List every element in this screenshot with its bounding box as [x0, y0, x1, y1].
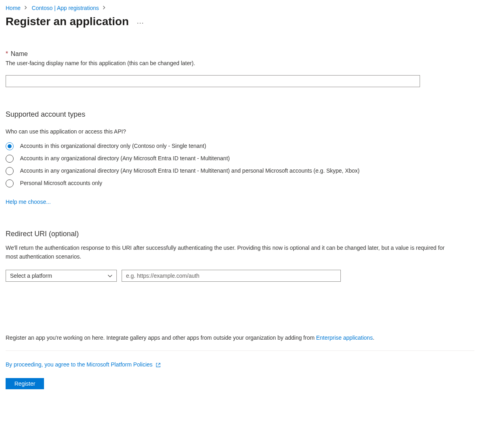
account-type-option-multitenant[interactable]: Accounts in any organizational directory…	[6, 154, 474, 163]
radio-label: Accounts in any organizational directory…	[20, 154, 230, 163]
breadcrumb-home[interactable]: Home	[6, 5, 20, 11]
name-label-text: Name	[11, 50, 28, 57]
name-help-text: The user-facing display name for this ap…	[6, 60, 474, 66]
chevron-right-icon	[103, 5, 106, 11]
account-types-subtext: Who can use this application or access t…	[6, 128, 474, 135]
radio-icon	[6, 142, 14, 150]
account-types-section: Supported account types Who can use this…	[6, 110, 474, 205]
redirect-uri-description: We'll return the authentication response…	[6, 244, 458, 261]
more-options-icon[interactable]: ···	[137, 19, 144, 27]
chevron-down-icon	[108, 273, 112, 279]
register-button[interactable]: Register	[6, 378, 44, 389]
account-type-option-single-tenant[interactable]: Accounts in this organizational director…	[6, 142, 474, 150]
required-star-icon: *	[6, 50, 8, 57]
breadcrumb-app-registrations[interactable]: Contoso | App registrations	[32, 5, 99, 11]
radio-label: Personal Microsoft accounts only	[20, 179, 102, 187]
enterprise-applications-link[interactable]: Enterprise applications	[316, 335, 373, 341]
radio-label: Accounts in this organizational director…	[20, 142, 206, 150]
redirect-uri-section: Redirect URI (optional) We'll return the…	[6, 230, 474, 282]
radio-icon	[6, 167, 14, 175]
redirect-uri-heading: Redirect URI (optional)	[6, 230, 474, 238]
account-types-heading: Supported account types	[6, 110, 474, 119]
platform-policies-link[interactable]: By proceeding, you agree to the Microsof…	[6, 361, 161, 368]
policies-row: By proceeding, you agree to the Microsof…	[6, 361, 474, 368]
page-title: Register an application	[6, 15, 129, 28]
radio-label: Accounts in any organizational directory…	[20, 167, 360, 175]
bottom-note: Register an app you're working on here. …	[6, 335, 474, 341]
bottom-note-suffix: .	[373, 335, 374, 341]
radio-icon	[6, 179, 14, 187]
account-type-option-personal-only[interactable]: Personal Microsoft accounts only	[6, 179, 474, 187]
help-me-choose-link[interactable]: Help me choose...	[6, 199, 51, 205]
name-field-section: * Name The user-facing display name for …	[6, 50, 474, 87]
redirect-uri-row: Select a platform	[6, 270, 474, 282]
chevron-right-icon	[24, 5, 28, 11]
platform-select-value: Select a platform	[10, 273, 52, 279]
external-link-icon	[156, 361, 161, 368]
redirect-uri-input[interactable]	[122, 270, 341, 282]
radio-icon	[6, 155, 14, 163]
platform-select[interactable]: Select a platform	[6, 270, 117, 282]
account-type-option-multitenant-personal[interactable]: Accounts in any organizational directory…	[6, 167, 474, 175]
name-label: * Name	[6, 50, 474, 58]
page-title-row: Register an application ···	[6, 15, 474, 28]
divider	[6, 350, 474, 351]
breadcrumb: Home Contoso | App registrations	[6, 5, 474, 11]
policies-link-text: By proceeding, you agree to the Microsof…	[6, 361, 152, 368]
account-types-radio-group: Accounts in this organizational director…	[6, 142, 474, 187]
name-input[interactable]	[6, 75, 420, 87]
bottom-note-prefix: Register an app you're working on here. …	[6, 335, 316, 341]
